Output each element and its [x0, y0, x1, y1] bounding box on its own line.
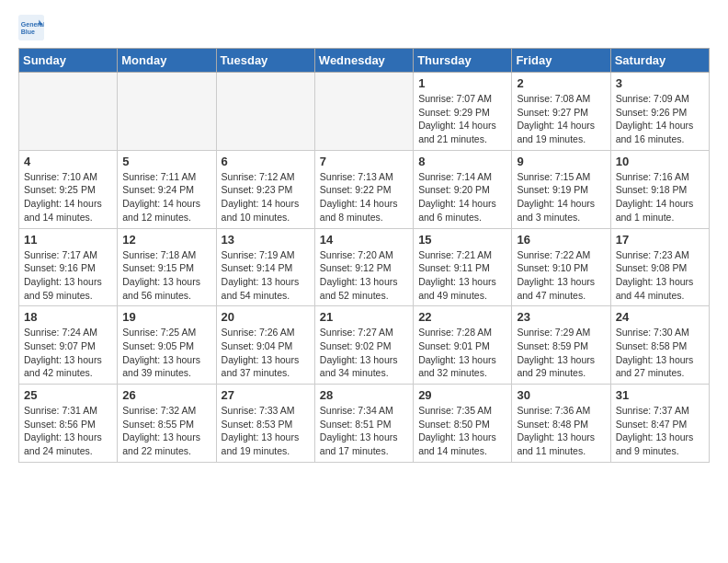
day-number: 20: [222, 310, 310, 324]
week-row-5: 25Sunrise: 7:31 AM Sunset: 8:56 PM Dayli…: [19, 385, 710, 463]
day-number: 2: [517, 76, 605, 90]
day-info: Sunrise: 7:37 AM Sunset: 8:47 PM Dayligh…: [616, 404, 704, 458]
day-cell-17: 17Sunrise: 7:23 AM Sunset: 9:08 PM Dayli…: [610, 228, 709, 306]
day-number: 28: [320, 388, 408, 402]
day-info: Sunrise: 7:13 AM Sunset: 9:22 PM Dayligh…: [320, 170, 408, 224]
weekday-tuesday: Tuesday: [216, 49, 314, 73]
day-cell-13: 13Sunrise: 7:19 AM Sunset: 9:14 PM Dayli…: [216, 228, 314, 306]
day-cell-18: 18Sunrise: 7:24 AM Sunset: 9:07 PM Dayli…: [19, 306, 118, 385]
day-number: 21: [320, 310, 408, 324]
logo: General Blue: [18, 15, 48, 40]
day-number: 7: [320, 155, 408, 168]
day-info: Sunrise: 7:21 AM Sunset: 9:11 PM Dayligh…: [418, 248, 506, 303]
logo-icon: General Blue: [18, 15, 44, 40]
day-info: Sunrise: 7:27 AM Sunset: 9:02 PM Dayligh…: [320, 326, 408, 380]
weekday-thursday: Thursday: [414, 49, 512, 73]
day-cell-3: 3Sunrise: 7:09 AM Sunset: 9:26 PM Daylig…: [610, 73, 709, 151]
day-number: 26: [122, 388, 210, 402]
calendar-table: SundayMondayTuesdayWednesdayThursdayFrid…: [18, 48, 710, 463]
day-cell-10: 10Sunrise: 7:16 AM Sunset: 9:18 PM Dayli…: [610, 150, 709, 228]
day-number: 5: [122, 155, 210, 168]
day-cell-22: 22Sunrise: 7:28 AM Sunset: 9:01 PM Dayli…: [414, 306, 512, 385]
day-number: 8: [418, 155, 506, 168]
day-info: Sunrise: 7:09 AM Sunset: 9:26 PM Dayligh…: [616, 92, 704, 146]
day-number: 11: [24, 233, 112, 247]
day-cell-7: 7Sunrise: 7:13 AM Sunset: 9:22 PM Daylig…: [314, 150, 413, 228]
day-info: Sunrise: 7:35 AM Sunset: 8:50 PM Dayligh…: [418, 404, 506, 458]
weekday-friday: Friday: [512, 49, 610, 73]
day-info: Sunrise: 7:25 AM Sunset: 9:05 PM Dayligh…: [122, 326, 210, 380]
day-cell-31: 31Sunrise: 7:37 AM Sunset: 8:47 PM Dayli…: [610, 385, 709, 463]
day-cell-30: 30Sunrise: 7:36 AM Sunset: 8:48 PM Dayli…: [512, 385, 610, 463]
empty-cell: [19, 73, 118, 151]
day-info: Sunrise: 7:28 AM Sunset: 9:01 PM Dayligh…: [418, 326, 506, 380]
svg-rect-0: [18, 15, 44, 40]
day-cell-24: 24Sunrise: 7:30 AM Sunset: 8:58 PM Dayli…: [610, 306, 709, 385]
day-info: Sunrise: 7:14 AM Sunset: 9:20 PM Dayligh…: [418, 170, 506, 224]
day-info: Sunrise: 7:32 AM Sunset: 8:55 PM Dayligh…: [122, 404, 210, 458]
weekday-saturday: Saturday: [610, 49, 709, 73]
day-number: 18: [24, 310, 112, 324]
day-number: 12: [122, 233, 210, 247]
week-row-4: 18Sunrise: 7:24 AM Sunset: 9:07 PM Dayli…: [19, 306, 710, 385]
day-info: Sunrise: 7:30 AM Sunset: 8:58 PM Dayligh…: [616, 326, 704, 380]
day-info: Sunrise: 7:07 AM Sunset: 9:29 PM Dayligh…: [418, 92, 506, 146]
day-info: Sunrise: 7:34 AM Sunset: 8:51 PM Dayligh…: [320, 404, 408, 458]
day-number: 25: [24, 388, 112, 402]
day-number: 3: [616, 76, 704, 90]
header: General Blue: [18, 15, 710, 40]
day-number: 19: [122, 310, 210, 324]
week-row-2: 4Sunrise: 7:10 AM Sunset: 9:25 PM Daylig…: [19, 150, 710, 228]
day-info: Sunrise: 7:23 AM Sunset: 9:08 PM Dayligh…: [616, 248, 704, 303]
day-info: Sunrise: 7:22 AM Sunset: 9:10 PM Dayligh…: [517, 248, 605, 303]
weekday-header-row: SundayMondayTuesdayWednesdayThursdayFrid…: [19, 49, 710, 73]
day-cell-26: 26Sunrise: 7:32 AM Sunset: 8:55 PM Dayli…: [118, 385, 216, 463]
day-number: 4: [24, 155, 112, 168]
day-cell-29: 29Sunrise: 7:35 AM Sunset: 8:50 PM Dayli…: [414, 385, 512, 463]
day-info: Sunrise: 7:11 AM Sunset: 9:24 PM Dayligh…: [122, 170, 210, 224]
day-cell-9: 9Sunrise: 7:15 AM Sunset: 9:19 PM Daylig…: [512, 150, 610, 228]
day-cell-5: 5Sunrise: 7:11 AM Sunset: 9:24 PM Daylig…: [118, 150, 216, 228]
empty-cell: [118, 73, 216, 151]
day-info: Sunrise: 7:10 AM Sunset: 9:25 PM Dayligh…: [24, 170, 112, 224]
day-number: 31: [616, 388, 704, 402]
day-number: 22: [418, 310, 506, 324]
day-number: 6: [222, 155, 310, 168]
day-number: 16: [517, 233, 605, 247]
svg-text:Blue: Blue: [21, 29, 35, 35]
day-info: Sunrise: 7:24 AM Sunset: 9:07 PM Dayligh…: [24, 326, 112, 380]
day-info: Sunrise: 7:18 AM Sunset: 9:15 PM Dayligh…: [122, 248, 210, 303]
day-cell-2: 2Sunrise: 7:08 AM Sunset: 9:27 PM Daylig…: [512, 73, 610, 151]
week-row-1: 1Sunrise: 7:07 AM Sunset: 9:29 PM Daylig…: [19, 73, 710, 151]
day-number: 30: [517, 388, 605, 402]
day-cell-28: 28Sunrise: 7:34 AM Sunset: 8:51 PM Dayli…: [314, 385, 413, 463]
empty-cell: [314, 73, 413, 151]
day-number: 1: [418, 76, 506, 90]
day-cell-12: 12Sunrise: 7:18 AM Sunset: 9:15 PM Dayli…: [118, 228, 216, 306]
day-cell-4: 4Sunrise: 7:10 AM Sunset: 9:25 PM Daylig…: [19, 150, 118, 228]
day-info: Sunrise: 7:20 AM Sunset: 9:12 PM Dayligh…: [320, 248, 408, 303]
day-info: Sunrise: 7:17 AM Sunset: 9:16 PM Dayligh…: [24, 248, 112, 303]
day-info: Sunrise: 7:26 AM Sunset: 9:04 PM Dayligh…: [222, 326, 310, 380]
day-cell-15: 15Sunrise: 7:21 AM Sunset: 9:11 PM Dayli…: [414, 228, 512, 306]
day-cell-11: 11Sunrise: 7:17 AM Sunset: 9:16 PM Dayli…: [19, 228, 118, 306]
weekday-monday: Monday: [118, 49, 216, 73]
day-number: 17: [616, 233, 704, 247]
day-number: 10: [616, 155, 704, 168]
day-info: Sunrise: 7:12 AM Sunset: 9:23 PM Dayligh…: [222, 170, 310, 224]
page-container: General Blue SundayMondayTuesdayWednesda…: [0, 0, 728, 477]
day-number: 14: [320, 233, 408, 247]
day-number: 29: [418, 388, 506, 402]
day-cell-16: 16Sunrise: 7:22 AM Sunset: 9:10 PM Dayli…: [512, 228, 610, 306]
day-cell-19: 19Sunrise: 7:25 AM Sunset: 9:05 PM Dayli…: [118, 306, 216, 385]
day-cell-6: 6Sunrise: 7:12 AM Sunset: 9:23 PM Daylig…: [216, 150, 314, 228]
day-cell-25: 25Sunrise: 7:31 AM Sunset: 8:56 PM Dayli…: [19, 385, 118, 463]
day-cell-20: 20Sunrise: 7:26 AM Sunset: 9:04 PM Dayli…: [216, 306, 314, 385]
day-info: Sunrise: 7:15 AM Sunset: 9:19 PM Dayligh…: [517, 170, 605, 224]
weekday-wednesday: Wednesday: [314, 49, 413, 73]
day-number: 27: [222, 388, 310, 402]
day-cell-14: 14Sunrise: 7:20 AM Sunset: 9:12 PM Dayli…: [314, 228, 413, 306]
day-info: Sunrise: 7:36 AM Sunset: 8:48 PM Dayligh…: [517, 404, 605, 458]
day-number: 13: [222, 233, 310, 247]
day-number: 9: [517, 155, 605, 168]
